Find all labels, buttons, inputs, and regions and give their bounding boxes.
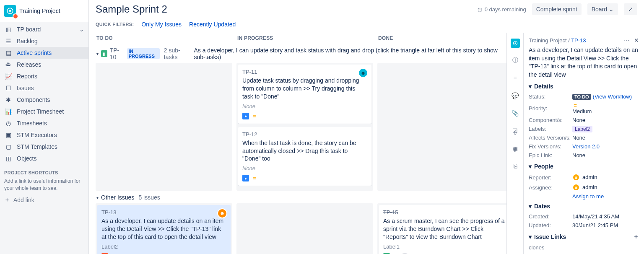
field-label: Updated: [529, 222, 572, 228]
plus-icon: ＋ [4, 196, 10, 204]
field-label: Status: [529, 93, 572, 100]
field-value: None [572, 135, 585, 141]
description-icon[interactable]: ≡ [510, 73, 520, 83]
cell-inprogress[interactable] [236, 203, 373, 254]
nav-issues[interactable]: ☐Issues [0, 82, 88, 94]
ship-icon: ⛴ [4, 61, 13, 68]
issue-key[interactable]: TP-12 [242, 131, 367, 137]
project-name: Training Project [19, 8, 60, 14]
field-label: Priority: [529, 105, 572, 111]
swimlane-header[interactable]: ▾ ▮ TP-10 IN PROGRESS 2 sub-tasks As a d… [96, 44, 500, 63]
assign-to-me-link[interactable]: Assign to me [572, 193, 639, 200]
more-icon[interactable]: ⋯ [624, 37, 630, 44]
grid-count: 0 [510, 148, 520, 153]
issue-title: As a developer, I can update details on … [101, 217, 226, 241]
close-icon[interactable]: ✕ [634, 37, 639, 44]
section-people[interactable]: ▾People [529, 163, 639, 170]
nav-components[interactable]: ✱Components [0, 94, 88, 106]
issue-title: When the last task is done, the story ca… [242, 139, 367, 163]
cell-done[interactable] [377, 63, 506, 191]
section-issue-links[interactable]: ▾Issue Links＋ [529, 233, 639, 241]
cell-todo[interactable] [96, 63, 232, 191]
field-value: ☻admin [572, 174, 597, 181]
chevron-down-icon: ▾ [529, 83, 532, 90]
complete-sprint-button[interactable]: Complete sprint [532, 3, 582, 15]
attach-icon[interactable]: 📎 [510, 108, 520, 118]
issue-key[interactable]: TP-15 [383, 209, 506, 215]
nav-stm-templates[interactable]: ▢STM Templates [0, 141, 88, 153]
checklist-count: 0 [510, 130, 520, 136]
nav-label: Components [17, 96, 50, 103]
sprint-title: Sample Sprint 2 [96, 3, 167, 15]
subtask-icon: ▸ [242, 175, 249, 181]
add-link-icon[interactable]: ＋ [633, 233, 639, 241]
board-icon: ▥ [4, 26, 13, 33]
svg-point-1 [9, 10, 11, 12]
issue-card[interactable]: ☻ TP-11 Update task status by dragging a… [238, 65, 371, 124]
add-link-button[interactable]: ＋Add link [4, 196, 84, 204]
issue-key[interactable]: TP-13 [101, 209, 226, 215]
nav-label: Issues [17, 85, 34, 91]
section-details[interactable]: ▾Details [529, 83, 639, 90]
nav-project-timesheet[interactable]: 📊Project Timesheet [0, 106, 88, 117]
section-dates[interactable]: ▾Dates [529, 203, 639, 210]
detail-rail: ⓘ ≡ 💬 1 📎 ☑ 0 ▦ 0 ⎘ [506, 33, 523, 254]
info-icon[interactable]: ⓘ [510, 55, 520, 65]
project-mini-logo [511, 39, 520, 48]
issue-key-link[interactable]: TP-13 [571, 37, 586, 44]
priority-medium-icon: = [252, 113, 257, 119]
nav-objects[interactable]: ◫Objects [0, 153, 88, 164]
nav-stm-executors[interactable]: ▣STM Executors [0, 129, 88, 141]
detail-summary: As a developer, I can update details on … [529, 46, 639, 79]
priority-medium-icon: = [572, 102, 578, 108]
field-label: Reporter: [529, 174, 572, 181]
quick-filters-label: QUICK FILTERS: [96, 22, 134, 27]
avatar[interactable]: ☻ [358, 68, 368, 78]
details-panel: Training Project / TP-13 ⋯✕ As a develop… [523, 33, 644, 254]
field-label: Created: [529, 213, 572, 220]
chevron-down-icon: ▾ [529, 203, 532, 210]
svg-point-3 [514, 42, 516, 44]
nav-label: Reports [17, 73, 37, 80]
subtask-icon: ▸ [242, 113, 249, 119]
issue-card[interactable]: TP-15 As a scrum master, I can see the p… [379, 205, 506, 254]
field-label: Epic Link: [529, 152, 572, 158]
issue-key[interactable]: TP-11 [242, 69, 367, 75]
issue-card[interactable]: ☻ TP-13 As a developer, I can update det… [97, 205, 231, 254]
shortcuts-section: PROJECT SHORTCUTS Add a link to useful i… [0, 166, 88, 208]
field-label: Component/s: [529, 117, 572, 123]
nav-reports[interactable]: 📈Reports [0, 70, 88, 82]
fix-version-link[interactable]: Version 2.0 [572, 143, 600, 150]
cell-todo[interactable]: ☻ TP-13 As a developer, I can update det… [96, 203, 232, 254]
nav-backlog[interactable]: ☰Backlog [0, 35, 88, 47]
board-dropdown-button[interactable]: Board ⌄ [587, 3, 618, 15]
fullscreen-button[interactable]: ⤢ [624, 3, 637, 15]
issue-estimate: None [242, 165, 367, 171]
chevron-down-icon: ⌄ [609, 6, 614, 13]
status-lozenge: IN PROGRESS [127, 48, 160, 59]
filter-recently-updated[interactable]: Recently Updated [189, 21, 236, 28]
clock-icon: ◷ [478, 6, 482, 13]
nav-active-sprints[interactable]: ▤Active sprints [0, 47, 88, 59]
issue-card[interactable]: TP-12 When the last task is done, the st… [238, 127, 371, 186]
swimlane-header-other[interactable]: ▾ Other Issues 5 issues [96, 192, 500, 203]
collapse-triangle-icon[interactable]: ▾ [96, 52, 99, 56]
cell-inprogress[interactable]: ☻ TP-11 Update task status by dragging a… [236, 63, 373, 191]
collapse-triangle-icon[interactable]: ▾ [96, 195, 99, 200]
nav-releases[interactable]: ⛴Releases [0, 59, 88, 70]
subtask-count: 2 sub-tasks [164, 47, 192, 60]
filter-only-my-issues[interactable]: Only My Issues [141, 21, 182, 28]
nav-timesheets[interactable]: ◷Timesheets [0, 117, 88, 129]
column-header-inprogress: IN PROGRESS [236, 33, 373, 44]
timesheet-icon: 📊 [4, 108, 13, 115]
label-chip[interactable]: Label2 [572, 126, 592, 132]
issue-estimate: None [242, 103, 367, 109]
nav-board[interactable]: ▥TP board⌄ [0, 23, 88, 35]
view-workflow-link[interactable]: (View Workflow) [593, 93, 632, 100]
column-header-todo: TO DO [96, 33, 232, 44]
main: Sample Sprint 2 ◷0 days remaining Comple… [89, 0, 644, 254]
cell-done[interactable]: TP-15 As a scrum master, I can see the p… [377, 203, 506, 254]
project-header[interactable]: Training Project [0, 0, 88, 22]
link-icon[interactable]: ⎘ [510, 161, 520, 171]
swimlane-key[interactable]: TP-10 [110, 47, 125, 60]
